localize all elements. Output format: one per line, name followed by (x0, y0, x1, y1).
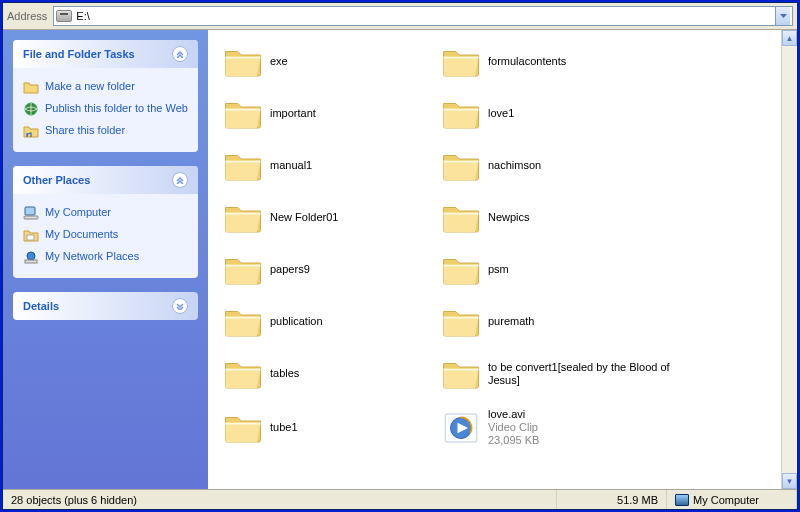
folder-icon (222, 96, 264, 132)
folder-item[interactable]: manual1 (220, 144, 430, 188)
item-name: important (270, 107, 316, 120)
folder-icon (222, 304, 264, 340)
folder-icon (222, 148, 264, 184)
panel-header-other-places[interactable]: Other Places (13, 166, 198, 194)
panel-header-details[interactable]: Details (13, 292, 198, 320)
panel-body: Make a new folder Publish this folder to… (13, 68, 198, 152)
task-label: My Documents (45, 227, 188, 241)
folder-item[interactable]: papers9 (220, 248, 430, 292)
item-name: nachimson (488, 159, 541, 172)
task-make-new-folder[interactable]: Make a new folder (23, 76, 188, 98)
scroll-up-button[interactable]: ▲ (782, 30, 797, 46)
folder-item[interactable]: tube1 (220, 404, 430, 452)
link-my-network-places[interactable]: My Network Places (23, 246, 188, 268)
status-bar: 28 objects (plus 6 hidden) 51.9 MB My Co… (3, 489, 797, 509)
panel-title: Details (23, 300, 59, 312)
content-area: exe formulacontents important love1 manu… (208, 30, 797, 489)
status-size: 51.9 MB (557, 490, 667, 509)
network-icon (23, 249, 39, 265)
panel-details: Details (13, 292, 198, 320)
panel-other-places: Other Places My Computer (13, 166, 198, 278)
item-name: Newpics (488, 211, 530, 224)
share-icon (23, 123, 39, 139)
scroll-down-button[interactable]: ▼ (782, 473, 797, 489)
folder-item[interactable]: to be convert1[sealed by the Blood of Je… (438, 352, 698, 396)
folder-icon (440, 252, 482, 288)
link-my-computer[interactable]: My Computer (23, 202, 188, 224)
address-dropdown-button[interactable] (775, 7, 790, 25)
folder-item[interactable]: tables (220, 352, 430, 396)
panel-body: My Computer My Documents My Network Plac… (13, 194, 198, 278)
folder-item[interactable]: publication (220, 300, 430, 344)
expand-icon (172, 298, 188, 314)
folder-item[interactable]: puremath (438, 300, 698, 344)
folder-item[interactable]: love1 (438, 92, 698, 136)
panel-title: File and Folder Tasks (23, 48, 135, 60)
address-label: Address (7, 10, 49, 22)
item-name: puremath (488, 315, 534, 328)
folder-item[interactable]: formulacontents (438, 40, 698, 84)
item-name: psm (488, 263, 509, 276)
folder-item[interactable]: Newpics (438, 196, 698, 240)
task-label: My Computer (45, 205, 188, 219)
folder-icon (222, 44, 264, 80)
folder-item[interactable]: New Folder01 (220, 196, 430, 240)
item-kind: Video Clip (488, 421, 539, 434)
item-size: 23,095 KB (488, 434, 539, 447)
task-label: Make a new folder (45, 79, 188, 93)
item-name: exe (270, 55, 288, 68)
folder-docs-icon (23, 227, 39, 243)
svg-rect-5 (25, 260, 37, 263)
status-location: My Computer (667, 490, 797, 509)
task-pane: File and Folder Tasks Make a new folder (3, 30, 208, 489)
folder-icon (222, 356, 264, 392)
address-field[interactable]: E:\ (53, 6, 793, 26)
item-name: New Folder01 (270, 211, 338, 224)
chevron-down-icon (780, 14, 787, 18)
task-label: My Network Places (45, 249, 188, 263)
item-name: love.avi (488, 408, 539, 421)
folder-icon (440, 148, 482, 184)
item-name: tube1 (270, 421, 298, 434)
link-my-documents[interactable]: My Documents (23, 224, 188, 246)
folder-icon (440, 304, 482, 340)
folder-item[interactable]: psm (438, 248, 698, 292)
folder-new-icon (23, 79, 39, 95)
folder-item[interactable]: important (220, 92, 430, 136)
vertical-scrollbar[interactable]: ▲ ▼ (781, 30, 797, 489)
address-bar: Address E:\ (3, 3, 797, 30)
folder-icon (440, 96, 482, 132)
folder-icon (222, 200, 264, 236)
svg-point-4 (27, 252, 35, 260)
folder-icon (222, 252, 264, 288)
item-name: to be convert1[sealed by the Blood of Je… (488, 361, 696, 387)
panel-title: Other Places (23, 174, 90, 186)
folder-icon (440, 44, 482, 80)
folder-icon (440, 356, 482, 392)
collapse-icon (172, 46, 188, 62)
address-path: E:\ (76, 10, 775, 22)
task-label: Share this folder (45, 123, 188, 137)
task-share-folder[interactable]: Share this folder (23, 120, 188, 142)
svg-rect-3 (27, 235, 34, 240)
folder-item[interactable]: exe (220, 40, 430, 84)
computer-icon (23, 205, 39, 221)
task-publish-web[interactable]: Publish this folder to the Web (23, 98, 188, 120)
item-details: love.aviVideo Clip23,095 KB (488, 408, 539, 448)
svg-rect-1 (25, 207, 35, 215)
item-name: love1 (488, 107, 514, 120)
file-item[interactable]: love.aviVideo Clip23,095 KB (438, 404, 698, 452)
drive-icon (56, 10, 72, 22)
panel-header-file-folder-tasks[interactable]: File and Folder Tasks (13, 40, 198, 68)
status-location-text: My Computer (693, 494, 759, 506)
status-objects: 28 objects (plus 6 hidden) (3, 490, 557, 509)
video-file-icon (440, 410, 482, 446)
explorer-window: Address E:\ File and Folder Tasks (2, 2, 798, 510)
computer-icon (675, 494, 689, 506)
item-name: tables (270, 367, 299, 380)
folder-item[interactable]: nachimson (438, 144, 698, 188)
file-list[interactable]: exe formulacontents important love1 manu… (208, 30, 781, 489)
scroll-track[interactable] (782, 46, 797, 473)
task-label: Publish this folder to the Web (45, 101, 188, 115)
globe-icon (23, 101, 39, 117)
